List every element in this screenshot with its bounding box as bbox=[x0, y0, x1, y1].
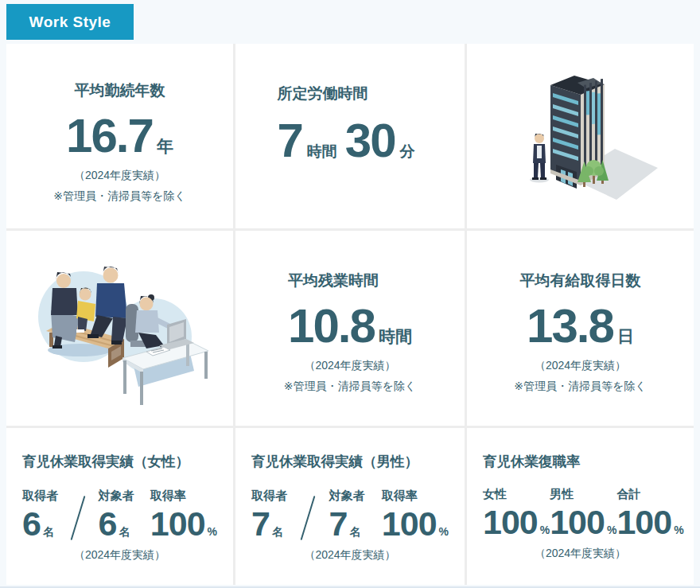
stat-unit: % bbox=[607, 524, 616, 535]
stat-acquisition-rate: 取得率 100% bbox=[150, 489, 217, 541]
stat-note-exclusion: ※管理員・清掃員等を除く bbox=[467, 380, 694, 394]
stat-label: 男性 bbox=[550, 487, 616, 502]
stat-note-year: （2024年度実績） bbox=[251, 548, 449, 563]
slash-divider bbox=[301, 496, 316, 540]
stat-female: 女性 100% bbox=[483, 487, 550, 539]
stat-note-exclusion: ※管理員・清掃員等を除く bbox=[6, 189, 233, 204]
card-title: 平均勤続年数 bbox=[6, 80, 233, 101]
stat-unit: 名 bbox=[272, 526, 283, 537]
stats-row: 取得者 7名 対象者 7名 取得率 100% bbox=[251, 487, 449, 541]
stat-minutes-value: 30 bbox=[345, 117, 395, 165]
card-title: 所定労働時間 bbox=[277, 84, 422, 104]
illustration-wrapper bbox=[467, 44, 694, 228]
stat-note-year: （2024年度実績） bbox=[467, 359, 694, 373]
card-content: 平均残業時間 10.8時間 bbox=[288, 271, 412, 350]
stat-label: 取得者 bbox=[22, 489, 58, 504]
stat-unit: % bbox=[540, 524, 550, 535]
stat-unit: % bbox=[439, 526, 449, 537]
stat-unit: 日 bbox=[617, 327, 634, 345]
stat-value: 100 bbox=[550, 505, 605, 539]
stat-value: 6 bbox=[22, 507, 41, 541]
stat-value-row: 16.7年 bbox=[6, 112, 233, 160]
card-childcare-leave-male: 育児休業取得実績（男性） 取得者 7名 対象者 7名 取得率 100% （202… bbox=[235, 428, 465, 585]
stat-acquisition-rate: 取得率 100% bbox=[382, 489, 449, 541]
stat-unit: % bbox=[208, 526, 217, 537]
card-family-illustration bbox=[6, 231, 233, 426]
stat-male: 男性 100% bbox=[550, 487, 616, 539]
stat-value: 10.8 bbox=[288, 299, 375, 352]
stat-value-row: 7時間30分 bbox=[277, 117, 422, 165]
stat-note-year: （2024年度実績） bbox=[6, 169, 233, 183]
stat-value: 7 bbox=[329, 507, 348, 541]
stat-label: 対象者 bbox=[99, 489, 134, 504]
card-content: 所定労働時間 7時間30分 bbox=[277, 84, 422, 165]
stat-unit: 名 bbox=[349, 526, 360, 537]
stat-eligible: 対象者 6名 bbox=[99, 489, 134, 541]
card-title: 平均有給取得日数 bbox=[467, 271, 694, 291]
stat-value: 6 bbox=[99, 507, 117, 541]
card-title: 育児休業復職率 bbox=[483, 452, 678, 471]
card-childcare-leave-female: 育児休業取得実績（女性） 取得者 6名 対象者 6名 取得率 100% （202… bbox=[6, 428, 233, 585]
stats-row: 取得者 6名 対象者 6名 取得率 100% bbox=[22, 487, 217, 541]
stat-hours-unit: 時間 bbox=[307, 144, 337, 159]
stat-value: 100 bbox=[382, 507, 437, 541]
family-and-work-illustration bbox=[6, 231, 233, 426]
card-childcare-return-rate: 育児休業復職率 女性 100% 男性 100% 合計 100% （2024年度実… bbox=[467, 428, 694, 585]
stat-eligible: 対象者 7名 bbox=[329, 489, 365, 541]
illustration-wrapper bbox=[6, 231, 233, 426]
card-average-overtime: 平均残業時間 10.8時間 （2024年度実績） ※管理員・清掃員等を除く bbox=[235, 231, 465, 426]
stat-label: 取得率 bbox=[382, 489, 449, 504]
stat-acquirers: 取得者 6名 bbox=[22, 489, 58, 541]
stat-value-row: 10.8時間 bbox=[288, 302, 412, 350]
stat-total: 合計 100% bbox=[616, 487, 683, 539]
stat-value: 16.7 bbox=[66, 109, 153, 162]
stat-label: 女性 bbox=[483, 487, 550, 502]
section-tab-label: Work Style bbox=[29, 14, 111, 31]
stat-label: 取得率 bbox=[150, 489, 217, 504]
office-building-illustration bbox=[467, 44, 694, 228]
card-average-tenure: 平均勤続年数 16.7年 （2024年度実績） ※管理員・清掃員等を除く bbox=[6, 44, 233, 228]
card-scheduled-working-hours: 所定労働時間 7時間30分 bbox=[235, 44, 465, 228]
stat-label: 取得者 bbox=[251, 489, 287, 504]
stats-row: 女性 100% 男性 100% 合計 100% bbox=[483, 487, 678, 539]
stat-unit: 年 bbox=[157, 137, 173, 155]
card-building-illustration bbox=[467, 44, 694, 228]
stat-unit: 名 bbox=[119, 526, 130, 537]
stat-unit: 名 bbox=[43, 526, 54, 537]
stat-note-exclusion: ※管理員・清掃員等を除く bbox=[235, 380, 465, 394]
stat-value: 100 bbox=[150, 507, 205, 541]
stat-label: 合計 bbox=[616, 487, 683, 502]
card-title: 平均残業時間 bbox=[288, 271, 412, 291]
stat-value: 100 bbox=[616, 505, 671, 539]
stat-acquirers: 取得者 7名 bbox=[251, 489, 287, 541]
slash-divider bbox=[71, 496, 86, 540]
stat-note-year: （2024年度実績） bbox=[235, 359, 465, 373]
work-style-stats-grid: 平均勤続年数 16.7年 （2024年度実績） ※管理員・清掃員等を除く 所定労… bbox=[6, 44, 694, 585]
stat-unit: 時間 bbox=[379, 327, 412, 345]
card-title: 育児休業取得実績（女性） bbox=[22, 452, 217, 471]
businessman-figure bbox=[530, 134, 549, 183]
stat-label: 対象者 bbox=[329, 489, 365, 504]
stat-note-year: （2024年度実績） bbox=[22, 548, 217, 563]
stat-note-year: （2024年度実績） bbox=[483, 547, 678, 561]
card-title: 育児休業取得実績（男性） bbox=[251, 452, 449, 471]
section-tab-work-style: Work Style bbox=[6, 4, 134, 40]
stat-unit: % bbox=[674, 524, 683, 535]
stat-value: 13.8 bbox=[527, 299, 613, 352]
stat-value: 7 bbox=[251, 507, 270, 541]
stat-value-row: 13.8日 bbox=[467, 302, 694, 350]
card-paid-leave-days: 平均有給取得日数 13.8日 （2024年度実績） ※管理員・清掃員等を除く bbox=[467, 231, 694, 426]
stat-minutes-unit: 分 bbox=[400, 144, 415, 159]
stat-hours-value: 7 bbox=[277, 117, 301, 165]
stat-value: 100 bbox=[483, 505, 538, 539]
